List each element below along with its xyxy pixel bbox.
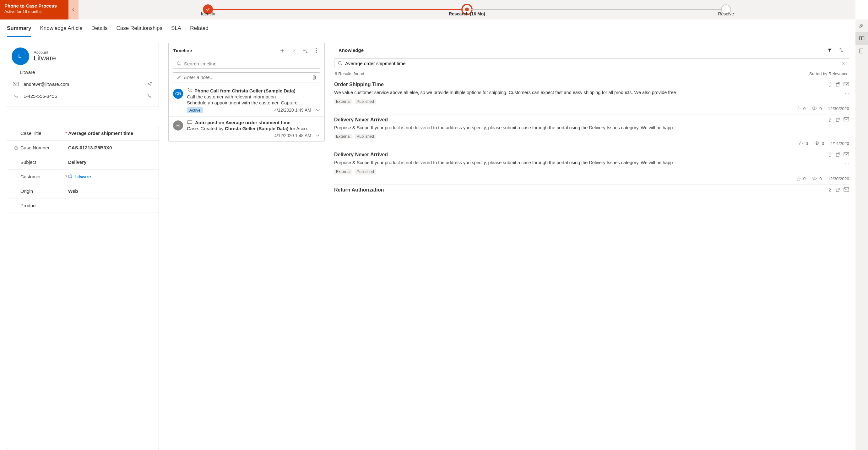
case-tabs: Summary Knowledge Article Details Case R… [0, 20, 856, 37]
link-article-icon[interactable] [828, 188, 833, 193]
timeline-note[interactable] [173, 72, 320, 82]
svg-point-4 [316, 50, 316, 51]
knowledge-search-input[interactable] [345, 61, 839, 66]
tab-related[interactable]: Related [190, 25, 209, 37]
stage-research[interactable]: Research (16 Mo) [338, 0, 597, 20]
thumbs-up-icon[interactable] [799, 141, 803, 146]
knowledge-results-count: 6 Results found [335, 72, 364, 76]
timeline-filter-button[interactable] [289, 46, 298, 55]
mail-icon [13, 82, 19, 86]
process-name: Phone to Case Process [4, 3, 63, 9]
link-article-icon[interactable] [828, 82, 833, 87]
account-phone-row[interactable]: 1-425-555-3455 [13, 90, 153, 102]
popout-icon[interactable] [836, 82, 840, 87]
knowledge-date: 4/14/2020 [830, 141, 849, 146]
timeline-line1: Case: Created by Christa Geller (Sample … [187, 126, 320, 131]
mail-article-icon[interactable] [843, 188, 849, 193]
search-icon [177, 61, 182, 66]
tab-sla[interactable]: SLA [171, 25, 181, 37]
chevron-down-icon[interactable] [316, 134, 320, 137]
knowledge-filter-button[interactable] [825, 46, 834, 55]
thumbs-up-icon[interactable] [797, 176, 801, 181]
tab-case-relationships[interactable]: Case Relationships [117, 25, 162, 37]
pencil-icon [177, 75, 182, 80]
timeline-title: Timeline [173, 48, 275, 53]
send-mail-icon[interactable] [147, 82, 153, 86]
rail-scripts-button[interactable] [856, 45, 868, 57]
timeline-add-button[interactable] [278, 46, 287, 55]
case-field-row[interactable]: Product--- [7, 198, 159, 213]
knowledge-item[interactable]: Order Shipping TimeWe value customer ser… [334, 79, 849, 114]
account-link-row[interactable]: Litware [13, 68, 153, 78]
required-marker: * [64, 174, 68, 179]
timeline-sort-button[interactable] [301, 46, 309, 55]
case-field-row[interactable]: SubjectDelivery [7, 155, 159, 169]
phone-icon [13, 93, 19, 99]
timeline-search[interactable] [173, 59, 320, 68]
knowledge-title: Knowledge [339, 48, 823, 53]
svg-point-3 [316, 48, 316, 49]
knowledge-item[interactable]: Delivery Never ArrivedPurpose & Scope If… [334, 114, 849, 150]
svg-rect-2 [69, 175, 71, 178]
tab-summary[interactable]: Summary [7, 25, 31, 37]
account-phone: 1-425-555-3455 [24, 93, 142, 99]
case-field-row[interactable]: OriginWeb [7, 184, 159, 198]
timeline-item[interactable]: Auto-post on Average order shipment time… [168, 117, 324, 141]
svg-point-12 [814, 108, 815, 109]
rail-knowledge-button[interactable] [856, 32, 868, 45]
knowledge-item[interactable]: Delivery Never ArrivedPurpose & Scope If… [334, 149, 849, 185]
mail-article-icon[interactable] [843, 152, 849, 157]
views-icon [814, 141, 819, 146]
svg-rect-17 [844, 152, 849, 156]
case-details-card: Case Title*Average order shipment timeCa… [7, 126, 159, 450]
thumbs-up-icon[interactable] [797, 106, 801, 111]
field-label: Product [21, 203, 64, 208]
knowledge-item[interactable]: Return Authorization [334, 185, 849, 196]
case-field-row[interactable]: Customer*Litware [7, 169, 159, 184]
svg-point-7 [178, 125, 179, 126]
svg-point-5 [316, 52, 316, 53]
post-icon [187, 120, 192, 124]
case-field-row[interactable]: Case Title*Average order shipment time [7, 126, 159, 141]
svg-point-18 [814, 178, 815, 179]
account-email-row[interactable]: andrewr@litware.com [13, 78, 153, 90]
field-label: Origin [21, 188, 64, 194]
knowledge-tag: Published [355, 134, 376, 139]
timeline-search-input[interactable] [184, 61, 316, 66]
mail-article-icon[interactable] [843, 82, 849, 87]
link-article-icon[interactable] [828, 152, 833, 157]
timeline-item[interactable]: CGPhone Call from Christa Geller (Sample… [168, 85, 324, 117]
entity-icon [68, 174, 72, 178]
call-icon[interactable] [147, 93, 153, 99]
mail-article-icon[interactable] [843, 117, 849, 122]
field-value: Delivery [68, 160, 152, 165]
tab-knowledge-article[interactable]: Knowledge Article [40, 25, 82, 37]
field-value: Web [68, 188, 152, 194]
stage-identify[interactable]: Identify [79, 0, 338, 20]
timeline-note-input[interactable] [184, 75, 310, 80]
field-label: Subject [21, 160, 64, 165]
tab-details[interactable]: Details [91, 25, 108, 37]
collapse-process-button[interactable] [68, 0, 79, 20]
timeline-line1: Call the customer with relevant informat… [187, 94, 320, 100]
popout-icon[interactable] [836, 188, 840, 193]
chevron-down-icon[interactable] [316, 109, 320, 112]
attach-icon[interactable] [312, 75, 316, 80]
stage-resolve[interactable]: Resolve [596, 0, 856, 20]
knowledge-sort-button[interactable] [837, 46, 845, 55]
rail-tool-button[interactable] [856, 20, 868, 32]
account-email: andrewr@litware.com [24, 81, 142, 87]
clear-search-button[interactable] [841, 61, 846, 65]
timeline-more-button[interactable] [312, 46, 321, 55]
knowledge-search[interactable] [334, 58, 849, 68]
svg-point-9 [338, 61, 341, 64]
popout-icon[interactable] [836, 152, 840, 157]
timeline-card: Timeline [168, 43, 325, 141]
timeline-item-title: Phone Call from Christa Geller (Sample D… [194, 88, 296, 93]
case-field-row[interactable]: Case NumberCAS-01213-P8B3X0 [7, 141, 159, 155]
svg-point-15 [816, 142, 817, 144]
link-article-icon[interactable] [828, 117, 833, 122]
knowledge-item-title: Return Authorization [334, 187, 828, 193]
popout-icon[interactable] [836, 117, 840, 122]
script-icon [859, 48, 865, 54]
